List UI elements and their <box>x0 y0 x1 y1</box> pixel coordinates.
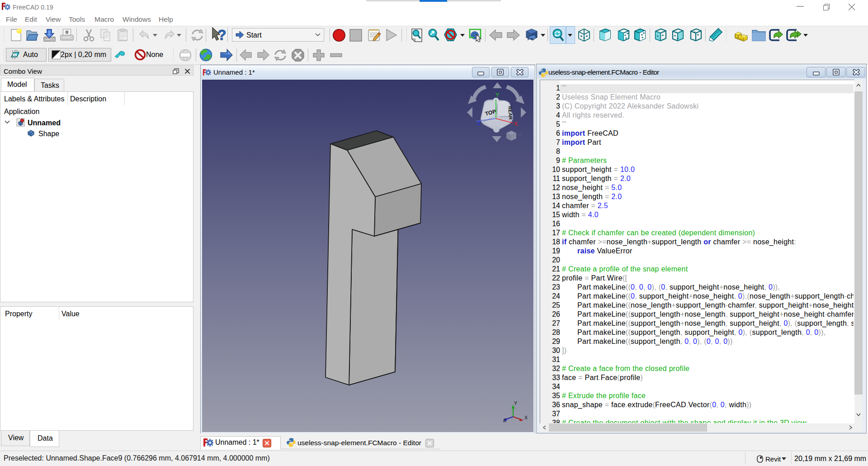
svg-text:X: X <box>524 415 528 420</box>
svg-text:Z: Z <box>477 120 481 127</box>
svg-text:REAR: REAR <box>507 106 514 120</box>
svg-text:X: X <box>514 120 518 127</box>
svg-text:Y: Y <box>514 400 517 406</box>
svg-text:?: ? <box>217 27 226 43</box>
svg-text:Z: Z <box>503 418 506 423</box>
svg-text:Y: Y <box>495 91 500 98</box>
